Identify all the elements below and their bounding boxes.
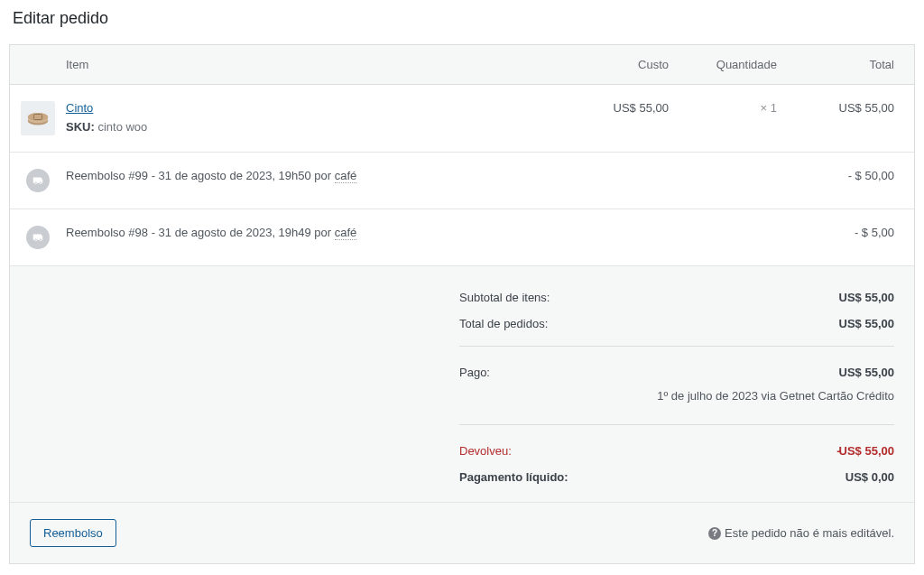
panel-footer: Reembolso ? Este pedido não é mais editá… bbox=[10, 502, 914, 563]
belt-icon bbox=[24, 105, 51, 132]
product-thumb bbox=[21, 101, 55, 135]
refund-text: Reembolso #98 - 31 de agosto de 2023, 19… bbox=[66, 226, 335, 239]
paid-note: 1º de julho de 2023 via Getnet Cartão Cr… bbox=[459, 385, 894, 415]
orders-total-line: Total de pedidos: US$ 55,00 bbox=[459, 311, 894, 337]
refund-icon bbox=[26, 169, 50, 192]
col-total: Total bbox=[788, 45, 914, 85]
order-items-panel: Item Custo Quantidade Total bbox=[9, 44, 915, 564]
sku-line: SKU: cinto woo bbox=[66, 120, 551, 134]
paid-line: Pago: US$ 55,00 bbox=[459, 359, 894, 385]
refund-row: Reembolso #99 - 31 de agosto de 2023, 19… bbox=[10, 153, 914, 209]
refund-author[interactable]: café bbox=[335, 169, 357, 183]
col-thumb bbox=[10, 45, 55, 85]
subtotal-line: Subtotal de itens: US$ 55,00 bbox=[459, 284, 894, 311]
totals-area: Subtotal de itens: US$ 55,00 Total de pe… bbox=[10, 266, 914, 502]
refund-amount: - $ 50,00 bbox=[788, 153, 914, 209]
col-cost: Custo bbox=[562, 45, 679, 85]
line-qty: × 1 bbox=[679, 85, 788, 153]
line-item-row: Cinto SKU: cinto woo US$ 55,00 × 1 US$ 5… bbox=[10, 85, 914, 153]
page-title: Editar pedido bbox=[0, 0, 924, 44]
col-item: Item bbox=[55, 45, 562, 85]
refund-amount: - $ 5,00 bbox=[788, 209, 914, 266]
col-qty: Quantidade bbox=[679, 45, 788, 85]
refunded-line: Devolveu: US$ 55,00 bbox=[459, 438, 894, 464]
product-link[interactable]: Cinto bbox=[66, 101, 93, 115]
items-table: Item Custo Quantidade Total bbox=[10, 45, 914, 266]
net-payment-line: Pagamento líquido: US$ 0,00 bbox=[459, 464, 894, 502]
refund-author[interactable]: café bbox=[335, 226, 357, 240]
refund-text: Reembolso #99 - 31 de agosto de 2023, 19… bbox=[66, 169, 335, 182]
refund-button[interactable]: Reembolso bbox=[30, 519, 116, 547]
refund-row: Reembolso #98 - 31 de agosto de 2023, 19… bbox=[10, 209, 914, 266]
line-total: US$ 55,00 bbox=[788, 85, 914, 153]
help-icon[interactable]: ? bbox=[708, 527, 721, 540]
line-cost: US$ 55,00 bbox=[562, 85, 679, 153]
refund-icon bbox=[26, 226, 50, 249]
not-editable-notice: ? Este pedido não é mais editável. bbox=[708, 526, 894, 540]
